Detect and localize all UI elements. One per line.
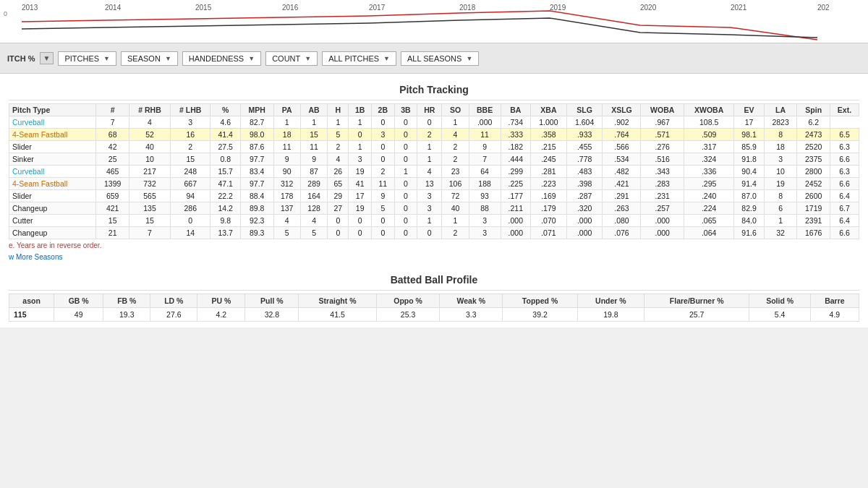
table-cell: 0 xyxy=(394,178,417,190)
table-cell: 91.4 xyxy=(734,178,764,190)
batted-data-cell: 25.3 xyxy=(376,308,439,322)
col-1b: 1B xyxy=(349,104,372,116)
batted-col-straight: Straight % xyxy=(299,294,377,308)
table-cell: 27.5 xyxy=(210,141,240,153)
col-ab: AB xyxy=(300,104,327,116)
table-cell: .421 xyxy=(603,178,641,190)
table-cell: .169 xyxy=(531,190,567,202)
col-ext: Ext. xyxy=(830,104,859,116)
handedness-dropdown[interactable]: HANDEDNESS ▼ xyxy=(182,51,261,66)
pitch-type-cell: Curveball xyxy=(9,116,96,129)
table-cell: 90.4 xyxy=(734,166,764,178)
table-cell: 0 xyxy=(394,116,417,129)
table-cell: 0 xyxy=(417,227,442,239)
pitches-dropdown[interactable]: PITCHES ▼ xyxy=(58,51,116,66)
batted-data-cell: 3.3 xyxy=(440,308,503,322)
table-cell: 98.0 xyxy=(240,129,273,141)
year-2021: 2021 xyxy=(731,4,747,12)
table-cell: 0 xyxy=(394,227,417,239)
table-row: Sinker2510150.897.7994300127.444.245.778… xyxy=(9,153,859,166)
table-cell: 659 xyxy=(96,190,129,202)
pitch-tracking-title: Pitch Tracking xyxy=(9,80,859,100)
table-cell: 1 xyxy=(394,166,417,178)
batted-data-cell: 19.3 xyxy=(103,308,150,322)
col-slg: SLG xyxy=(566,104,603,116)
table-cell: .215 xyxy=(531,141,567,153)
table-cell: 135 xyxy=(129,202,170,215)
show-more-button[interactable]: w More Seasons xyxy=(9,252,859,262)
col-3b: 3B xyxy=(394,104,417,116)
table-cell: 6.6 xyxy=(830,178,859,190)
table-cell: 0 xyxy=(417,116,442,129)
table-cell: .000 xyxy=(566,227,603,239)
table-cell: 1 xyxy=(764,215,797,227)
table-cell: 3 xyxy=(372,129,395,141)
table-cell: 97.7 xyxy=(240,178,273,190)
table-cell: 1 xyxy=(349,116,372,129)
table-cell: 421 xyxy=(96,202,129,215)
table-cell: .263 xyxy=(603,202,641,215)
table-cell: .933 xyxy=(566,129,603,141)
pitch-type-cell: Sinker xyxy=(9,153,96,166)
table-cell: 17 xyxy=(349,190,372,202)
table-cell: .000 xyxy=(469,116,501,129)
table-cell: 4 xyxy=(328,153,349,166)
pitches-arrow-icon: ▼ xyxy=(103,55,110,62)
table-cell: 9 xyxy=(273,153,300,166)
table-cell: 5 xyxy=(328,129,349,141)
table-cell: 19 xyxy=(349,202,372,215)
table-cell: 1 xyxy=(417,215,442,227)
table-cell: 9.8 xyxy=(210,215,240,227)
col-2b: 2B xyxy=(372,104,395,116)
table-cell: .902 xyxy=(603,116,641,129)
year-2019: 2019 xyxy=(550,4,566,12)
batted-col-flare: Flare/Burner % xyxy=(644,294,749,308)
table-cell: 4 xyxy=(129,116,170,129)
table-cell: .444 xyxy=(501,153,530,166)
pitch-type-cell: 4-Seam Fastball xyxy=(9,129,96,141)
all-seasons-dropdown[interactable]: ALL SEASONS ▼ xyxy=(401,51,479,66)
table-cell: 3 xyxy=(417,202,442,215)
table-cell: 10 xyxy=(764,166,797,178)
table-cell: .000 xyxy=(641,227,684,239)
table-cell: 9 xyxy=(372,190,395,202)
batted-col-ld: LD % xyxy=(150,294,197,308)
table-cell: 41 xyxy=(349,178,372,190)
col-pa: PA xyxy=(273,104,300,116)
table-cell: .080 xyxy=(603,215,641,227)
batted-col-oppo: Oppo % xyxy=(376,294,439,308)
table-cell: 15 xyxy=(300,129,327,141)
table-cell: 6 xyxy=(764,202,797,215)
table-cell: 25 xyxy=(96,153,129,166)
table-cell: 82.7 xyxy=(240,116,273,129)
col-ev: EV xyxy=(734,104,764,116)
table-cell: .064 xyxy=(684,227,733,239)
table-cell: .734 xyxy=(501,116,530,129)
table-cell: 88.4 xyxy=(240,190,273,202)
table-cell: 0 xyxy=(394,215,417,227)
table-cell: .000 xyxy=(641,215,684,227)
season-dropdown[interactable]: SEASON ▼ xyxy=(121,51,178,66)
table-cell: .764 xyxy=(603,129,641,141)
table-cell: 82.9 xyxy=(734,202,764,215)
batted-data-cell: 41.5 xyxy=(299,308,377,322)
table-cell: 91.8 xyxy=(734,153,764,166)
itch-pct-arrow[interactable]: ▼ xyxy=(40,52,54,64)
table-cell: .257 xyxy=(641,202,684,215)
table-cell: 0 xyxy=(372,153,395,166)
table-cell: .483 xyxy=(566,166,603,178)
batted-col-weak: Weak % xyxy=(440,294,503,308)
table-cell: 15 xyxy=(129,215,170,227)
trend-chart: 2013 2014 2015 2016 2017 2018 2019 2020 … xyxy=(0,0,868,43)
table-cell: 2800 xyxy=(797,166,830,178)
table-cell: 0 xyxy=(372,141,395,153)
table-row: Slider6595659422.288.417816429179037293.… xyxy=(9,190,859,202)
table-cell: 289 xyxy=(300,178,327,190)
table-cell: 13.7 xyxy=(210,227,240,239)
table-cell: 29 xyxy=(328,190,349,202)
all-pitches-dropdown[interactable]: ALL PITCHES ▼ xyxy=(322,51,396,66)
count-dropdown[interactable]: COUNT ▼ xyxy=(265,51,318,66)
table-cell: .283 xyxy=(641,178,684,190)
batted-col-solid: Solid % xyxy=(749,294,810,308)
table-row: Curveball7434.682.711110001.000.7341.000… xyxy=(9,116,859,129)
